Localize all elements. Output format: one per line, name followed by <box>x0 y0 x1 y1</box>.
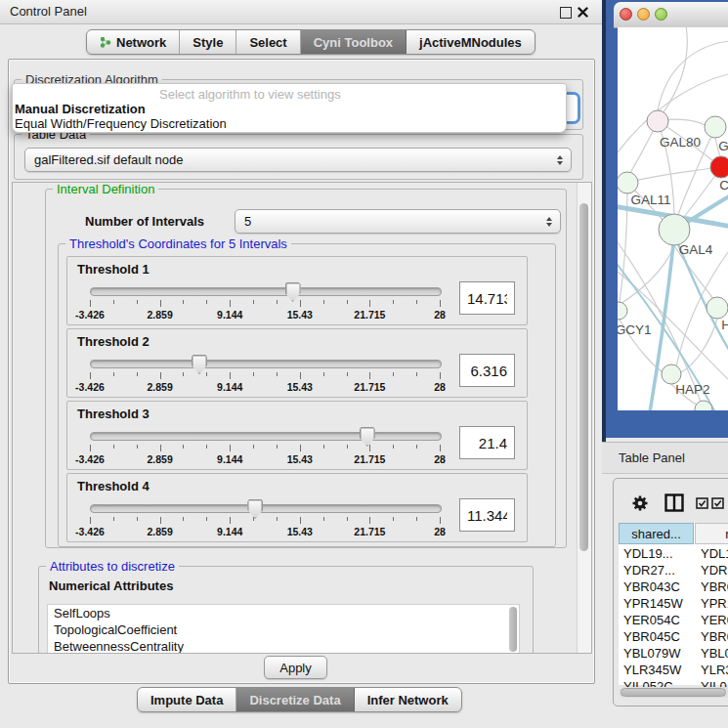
zoom-traffic-light-icon[interactable] <box>655 8 667 21</box>
network-canvas[interactable]: GAL80GACGAL11GAL4GCY1HHAP2 <box>618 27 728 410</box>
table-row[interactable]: YER054CYER0 <box>619 612 728 628</box>
tab-discretize-data[interactable]: Discretize Data <box>236 688 354 711</box>
tab-impute-data[interactable]: Impute Data <box>138 688 236 711</box>
threshold-3-value-input[interactable] <box>459 426 515 459</box>
threshold-4-value-input[interactable] <box>459 498 515 532</box>
network-node-label: GAL11 <box>630 193 670 207</box>
tick-label: 28 <box>434 526 446 537</box>
tick-label: 21.715 <box>354 381 385 393</box>
network-node[interactable] <box>705 116 726 138</box>
attribute-list-item[interactable]: TopologicalCoefficient <box>48 621 519 638</box>
network-canvas-svg: GAL80GACGAL11GAL4GCY1HHAP2 <box>618 27 728 410</box>
table-row[interactable]: YDL19...YDL1 <box>619 545 728 562</box>
float-window-icon[interactable] <box>560 7 572 19</box>
settings-scrollbar-thumb[interactable] <box>579 203 588 551</box>
tab-select[interactable]: Select <box>236 30 300 54</box>
tab-infer-network-label: Infer Network <box>367 693 449 707</box>
threshold-1-value-input[interactable] <box>459 281 515 315</box>
split-columns-icon[interactable] <box>664 493 684 512</box>
interval-definition-group: Interval Definition Number of Intervals … <box>45 189 567 548</box>
close-icon[interactable] <box>578 7 588 18</box>
threshold-2-value-input[interactable] <box>459 354 515 387</box>
checkbox-checked-icon[interactable] <box>696 497 708 509</box>
minimize-traffic-light-icon[interactable] <box>637 8 650 21</box>
thresholds-group-label: Threshold's Coordinates for 5 Intervals <box>65 236 291 251</box>
table-horizontal-scrollbar-thumb[interactable] <box>621 688 726 697</box>
table-settings-gear-icon[interactable] <box>631 494 649 512</box>
threshold-3-label: Threshold 3 <box>77 407 150 421</box>
slider-tick-labels: -3.4262.8599.14415.4321.71528 <box>90 381 440 393</box>
tab-style[interactable]: Style <box>180 30 236 54</box>
tick-label: 15.43 <box>287 453 313 465</box>
table-row[interactable]: YBL079WYBL0 <box>619 645 728 662</box>
network-node[interactable] <box>618 302 627 320</box>
tick-label: 2.859 <box>147 381 172 393</box>
threshold-3-panel: Threshold 3 -3.4262.8599.14415.4321.7152… <box>66 401 528 470</box>
cell-name: YBR0 <box>694 578 728 595</box>
network-node-label: C <box>719 178 728 193</box>
checkbox-checked-icon-2[interactable] <box>711 497 724 509</box>
numerical-attributes-items: SelfLoopsTopologicalCoefficientBetweenne… <box>48 605 519 654</box>
tab-select-label: Select <box>249 35 286 50</box>
tick-label: 9.144 <box>217 453 242 465</box>
numerical-attributes-list[interactable]: SelfLoopsTopologicalCoefficientBetweenne… <box>47 604 520 654</box>
tick-label: 15.43 <box>287 381 313 393</box>
tab-jactivemnodules-label: jActiveMNodules <box>419 35 522 50</box>
network-node[interactable] <box>662 364 681 384</box>
combo-spinner-icon <box>546 217 552 227</box>
threshold-4-slider[interactable] <box>90 504 442 513</box>
number-of-intervals-combobox[interactable]: 5 <box>235 209 561 234</box>
table-row[interactable]: YDR27...YDR2 <box>619 562 728 578</box>
attribute-list-item[interactable]: BetweennessCentrality <box>48 638 519 654</box>
algorithm-dropdown-popup: Select algorithm to view settings Manual… <box>12 83 567 133</box>
slider-thumb[interactable] <box>285 282 301 302</box>
network-node[interactable] <box>707 297 728 319</box>
attributes-group: Attributes to discretize Numerical Attri… <box>38 566 534 654</box>
table-data-group: Table Data galFiltered.sif default node <box>14 134 583 180</box>
table-row[interactable]: YBR043CYBR0 <box>619 578 728 595</box>
slider-thumb[interactable] <box>192 355 207 374</box>
combo-spinner-icon <box>557 155 563 165</box>
table-row[interactable]: YBR045CYBR0 <box>619 628 728 645</box>
threshold-2-label: Threshold 2 <box>77 334 150 349</box>
table-row[interactable]: YPR145WYPR1 <box>619 595 728 612</box>
tab-infer-network[interactable]: Infer Network <box>355 688 461 711</box>
tab-network[interactable]: Network <box>87 30 180 54</box>
list-scrollbar-thumb[interactable] <box>509 607 517 652</box>
table-panel-bar[interactable]: Table Panel <box>602 442 728 474</box>
table-row[interactable]: YLR345WYLR3 <box>619 662 728 678</box>
tab-cyni-toolbox[interactable]: Cyni Toolbox <box>301 30 407 54</box>
column-header-name[interactable]: na <box>695 523 728 544</box>
apply-button-label: Apply <box>279 661 312 675</box>
table-horizontal-scrollbar[interactable] <box>619 687 728 698</box>
network-node[interactable] <box>618 172 638 193</box>
settings-scrollbar[interactable] <box>577 183 591 653</box>
tick-label: 9.144 <box>217 309 242 321</box>
network-window-titlebar[interactable] <box>614 2 728 28</box>
network-node[interactable] <box>659 214 690 245</box>
network-node[interactable] <box>710 156 728 178</box>
bottom-tab-bar: Impute Data Discretize Data Infer Networ… <box>137 687 462 712</box>
network-node-label: H <box>721 318 728 332</box>
column-header-shared-name[interactable]: shared... <box>619 523 694 544</box>
number-of-intervals-label: Number of Intervals <box>85 214 204 229</box>
attribute-list-item[interactable]: SelfLoops <box>48 605 519 621</box>
tab-jactivemnodules[interactable]: jActiveMNodules <box>407 30 535 54</box>
network-node[interactable] <box>647 110 668 132</box>
algorithm-option-equal-width[interactable]: Equal Width/Frequency Discretization <box>15 116 227 131</box>
apply-button[interactable]: Apply <box>264 656 327 679</box>
threshold-1-slider[interactable] <box>90 287 442 296</box>
panel-title: Control Panel <box>10 4 87 19</box>
slider-thumb[interactable] <box>360 427 375 447</box>
algorithm-placeholder-option[interactable]: Select algorithm to view settings <box>159 87 341 102</box>
network-node-label: HAP2 <box>675 382 709 397</box>
close-traffic-light-icon[interactable] <box>620 8 632 21</box>
tick-label: 21.715 <box>354 453 385 465</box>
slider-thumb[interactable] <box>247 499 263 519</box>
threshold-3-slider[interactable] <box>90 432 442 441</box>
threshold-2-slider[interactable] <box>90 360 442 368</box>
tick-label: 21.715 <box>354 526 385 537</box>
algorithm-option-manual[interactable]: Manual Discretization <box>15 102 146 116</box>
cell-shared-name: YBR045C <box>619 628 694 645</box>
table-data-combobox[interactable]: galFiltered.sif default node <box>24 148 572 172</box>
